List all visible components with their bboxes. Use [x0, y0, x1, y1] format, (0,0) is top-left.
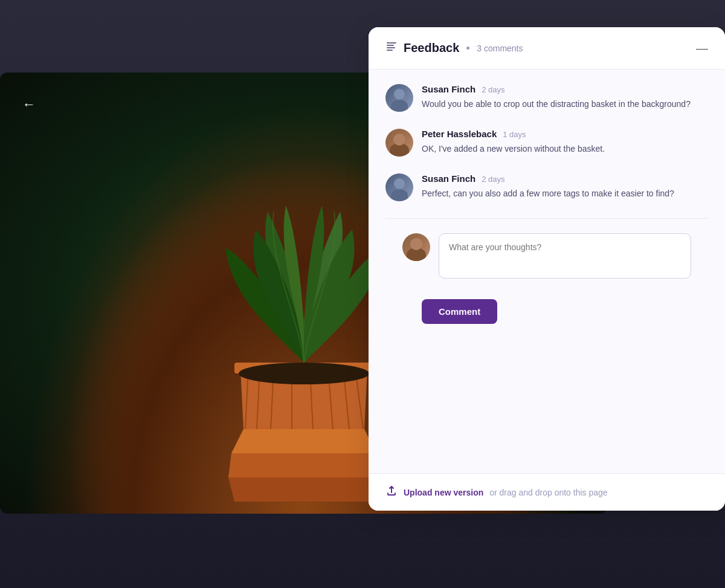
- back-arrow-icon: ←: [22, 97, 36, 112]
- comment-item: Susan Finch 2 days Would you be able to …: [385, 84, 708, 112]
- svg-rect-14: [387, 42, 396, 44]
- upload-section: Upload new version or drag and drop onto…: [369, 473, 725, 511]
- avatar: [385, 129, 413, 157]
- panel-title: Feedback: [404, 41, 459, 55]
- reply-textarea[interactable]: [439, 233, 691, 279]
- svg-rect-15: [387, 45, 394, 46]
- comment-time: 2 days: [482, 175, 504, 184]
- panel-header: Feedback 3 comments —: [369, 27, 725, 69]
- svg-rect-17: [387, 50, 393, 51]
- svg-marker-3: [228, 477, 379, 502]
- comment-count: 3 comments: [477, 44, 696, 53]
- upload-icon: [385, 485, 398, 500]
- comment-submit-button[interactable]: Comment: [422, 299, 497, 324]
- comment-time: 1 days: [503, 130, 526, 139]
- comment-content: Peter Hassleback 1 days OK, I've added a…: [422, 129, 708, 157]
- comment-meta: Susan Finch 2 days: [422, 173, 708, 184]
- reply-textarea-wrapper: [439, 233, 691, 281]
- comment-meta: Susan Finch 2 days: [422, 84, 708, 94]
- comment-content: Susan Finch 2 days Perfect, can you also…: [422, 173, 708, 201]
- reply-avatar: [402, 233, 430, 261]
- back-button[interactable]: ←: [18, 94, 40, 115]
- comment-meta: Peter Hassleback 1 days: [422, 129, 708, 139]
- avatar: [385, 173, 413, 201]
- comment-item: Susan Finch 2 days Perfect, can you also…: [385, 173, 708, 201]
- comment-content: Susan Finch 2 days Would you be able to …: [422, 84, 708, 112]
- upload-separator-text: or drag and drop onto this page: [489, 488, 607, 497]
- commenter-name: Susan Finch: [422, 173, 475, 184]
- feedback-icon: [385, 40, 398, 56]
- minimize-button[interactable]: —: [696, 42, 708, 54]
- comments-divider: [385, 218, 708, 219]
- svg-rect-16: [387, 47, 395, 48]
- comment-item: Peter Hassleback 1 days OK, I've added a…: [385, 129, 708, 157]
- comment-text: OK, I've added a new version without the…: [422, 143, 708, 156]
- comment-text: Would you be able to crop out the distra…: [422, 98, 708, 111]
- commenter-name: Peter Hassleback: [422, 129, 497, 139]
- svg-marker-1: [231, 429, 376, 453]
- upload-link[interactable]: Upload new version: [404, 488, 483, 497]
- comment-time: 2 days: [482, 85, 504, 94]
- commenter-name: Susan Finch: [422, 84, 475, 94]
- feedback-panel: Feedback 3 comments — Susan Finch 2 days…: [369, 27, 725, 511]
- comments-section: Susan Finch 2 days Would you be able to …: [369, 69, 725, 473]
- avatar: [385, 84, 413, 112]
- main-container: ← Feedback 3 comments —: [0, 0, 725, 588]
- reply-section: [385, 233, 708, 292]
- svg-marker-2: [228, 453, 379, 477]
- svg-point-13: [239, 363, 369, 384]
- header-dot-separator: [466, 47, 469, 50]
- comment-text: Perfect, can you also add a few more tag…: [422, 187, 708, 201]
